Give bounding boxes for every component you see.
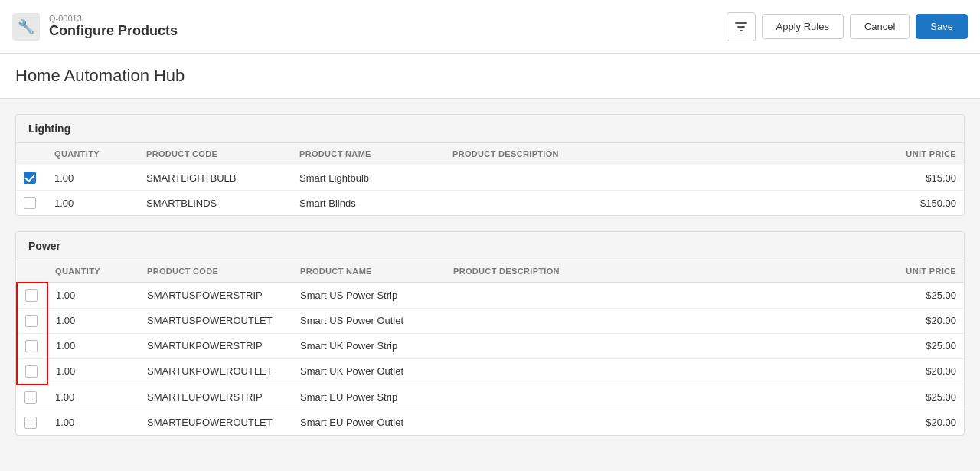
checkbox-cell-3	[17, 358, 47, 384]
table-row: 1.00SMARTUSPOWERSTRIPSmart US Power Stri…	[17, 283, 964, 309]
desc-cell-2	[446, 333, 872, 358]
col-header-3: PRODUCT NAME	[292, 260, 446, 283]
checkbox-2[interactable]	[25, 340, 38, 352]
col-header-0	[17, 260, 47, 283]
desc-cell-5	[446, 410, 872, 435]
col-header-1: QUANTITY	[47, 260, 139, 283]
desc-cell-0	[446, 283, 872, 309]
table-row: 1.00SMARTLIGHTBULBSmart Lightbulb$15.00	[16, 165, 964, 191]
quantity-cell-2: 1.00	[47, 333, 139, 358]
name-cell-1: Smart Blinds	[292, 191, 445, 216]
quantity-cell-5: 1.00	[47, 410, 139, 435]
col-header-2: PRODUCT CODE	[139, 143, 292, 165]
header: 🔧 Q-00013 Configure Products Apply Rules…	[0, 0, 980, 54]
code-cell-0: SMARTLIGHTBULB	[139, 165, 292, 191]
apply-rules-button[interactable]: Apply Rules	[762, 14, 844, 39]
col-header-4: PRODUCT DESCRIPTION	[446, 260, 872, 283]
desc-cell-4	[446, 384, 872, 410]
checkbox-4[interactable]	[24, 391, 37, 404]
checkbox-cell-2	[17, 333, 47, 358]
col-header-2: PRODUCT CODE	[139, 260, 292, 283]
table-row: 1.00SMARTEUPOWEROUTLETSmart EU Power Out…	[17, 410, 964, 435]
table-lighting: QUANTITYPRODUCT CODEPRODUCT NAMEPRODUCT …	[16, 143, 964, 215]
filter-button[interactable]	[727, 12, 756, 41]
quantity-cell-4: 1.00	[47, 384, 139, 410]
price-cell-1: $150.00	[872, 191, 964, 216]
quantity-cell-0: 1.00	[47, 165, 139, 191]
header-left: 🔧 Q-00013 Configure Products	[12, 13, 178, 41]
name-cell-3: Smart UK Power Outlet	[292, 358, 446, 384]
name-cell-0: Smart Lightbulb	[292, 165, 445, 191]
code-cell-1: SMARTUSPOWEROUTLET	[139, 308, 292, 333]
name-cell-4: Smart EU Power Strip	[292, 384, 446, 410]
cancel-button[interactable]: Cancel	[850, 14, 910, 39]
table-row: 1.00SMARTUKPOWERSTRIPSmart UK Power Stri…	[17, 333, 964, 358]
configure-icon: 🔧	[12, 13, 40, 41]
checkbox-0[interactable]	[24, 172, 36, 184]
table-power: QUANTITYPRODUCT CODEPRODUCT NAMEPRODUCT …	[16, 260, 964, 435]
quantity-cell-3: 1.00	[47, 358, 139, 384]
price-cell-3: $20.00	[872, 358, 964, 384]
code-cell-3: SMARTUKPOWEROUTLET	[139, 358, 292, 384]
page-title: Home Automation Hub	[0, 54, 980, 99]
name-cell-0: Smart US Power Strip	[292, 283, 446, 309]
code-cell-0: SMARTUSPOWERSTRIP	[139, 283, 292, 309]
quote-number: Q-00013	[49, 14, 178, 23]
save-button[interactable]: Save	[916, 14, 968, 39]
col-header-0	[16, 143, 47, 165]
checkbox-0[interactable]	[25, 289, 38, 302]
checkbox-cell-1	[17, 308, 47, 333]
code-cell-4: SMARTEUPOWERSTRIP	[139, 384, 292, 410]
table-row: 1.00SMARTUKPOWEROUTLETSmart UK Power Out…	[17, 358, 964, 384]
name-cell-2: Smart UK Power Strip	[292, 333, 446, 358]
price-cell-5: $20.00	[872, 410, 964, 435]
desc-cell-1	[445, 191, 872, 216]
price-cell-1: $20.00	[872, 308, 964, 333]
checkbox-5[interactable]	[24, 417, 37, 429]
section-lighting: LightingQUANTITYPRODUCT CODEPRODUCT NAME…	[15, 114, 965, 216]
price-cell-0: $25.00	[872, 283, 964, 309]
table-row: 1.00SMARTBLINDSSmart Blinds$150.00	[16, 191, 964, 216]
desc-cell-3	[446, 358, 872, 384]
price-cell-2: $25.00	[872, 333, 964, 358]
header-title-block: Q-00013 Configure Products	[49, 14, 178, 39]
content-area: LightingQUANTITYPRODUCT CODEPRODUCT NAME…	[0, 99, 980, 466]
checkbox-3[interactable]	[25, 365, 38, 378]
checkbox-cell-0	[17, 283, 47, 309]
quantity-cell-0: 1.00	[47, 283, 139, 309]
code-cell-2: SMARTUKPOWERSTRIP	[139, 333, 292, 358]
desc-cell-0	[445, 165, 872, 191]
page-header-title: Configure Products	[49, 23, 178, 39]
name-cell-5: Smart EU Power Outlet	[292, 410, 446, 435]
quantity-cell-1: 1.00	[47, 191, 139, 216]
checkbox-cell-1	[16, 191, 47, 216]
price-cell-4: $25.00	[872, 384, 964, 410]
filter-icon	[735, 21, 747, 33]
col-header-5: UNIT PRICE	[872, 260, 964, 283]
checkbox-cell-5	[17, 410, 47, 435]
col-header-4: PRODUCT DESCRIPTION	[445, 143, 872, 165]
header-actions: Apply Rules Cancel Save	[727, 12, 968, 41]
price-cell-0: $15.00	[872, 165, 964, 191]
section-power: PowerQUANTITYPRODUCT CODEPRODUCT NAMEPRO…	[15, 231, 965, 436]
col-header-3: PRODUCT NAME	[292, 143, 445, 165]
table-row: 1.00SMARTUSPOWEROUTLETSmart US Power Out…	[17, 308, 964, 333]
quantity-cell-1: 1.00	[47, 308, 139, 333]
name-cell-1: Smart US Power Outlet	[292, 308, 446, 333]
desc-cell-1	[446, 308, 872, 333]
col-header-1: QUANTITY	[47, 143, 139, 165]
section-header-power: Power	[16, 232, 964, 260]
checkbox-cell-0	[16, 165, 47, 191]
checkbox-1[interactable]	[24, 197, 36, 209]
code-cell-5: SMARTEUPOWEROUTLET	[139, 410, 292, 435]
checkbox-cell-4	[17, 384, 47, 410]
col-header-5: UNIT PRICE	[872, 143, 964, 165]
checkbox-1[interactable]	[25, 315, 38, 327]
table-row: 1.00SMARTEUPOWERSTRIPSmart EU Power Stri…	[17, 384, 964, 410]
section-header-lighting: Lighting	[16, 115, 964, 143]
code-cell-1: SMARTBLINDS	[139, 191, 292, 216]
